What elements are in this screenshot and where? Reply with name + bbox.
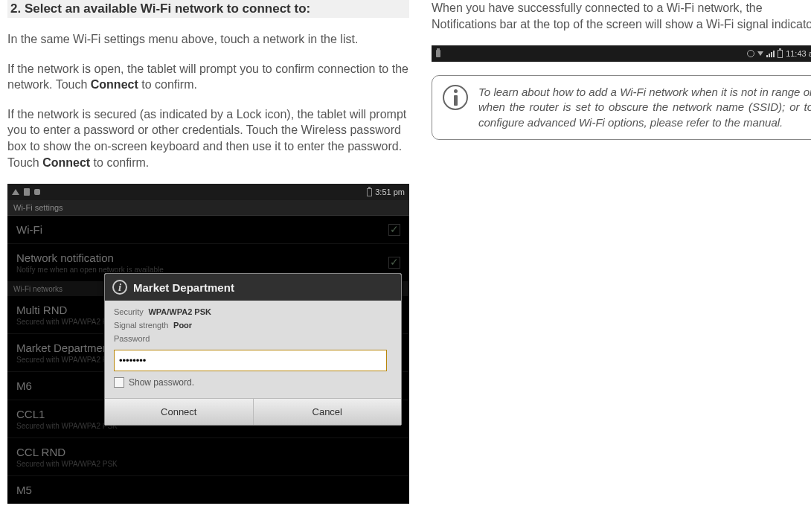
wifi-checkbox[interactable]: [388, 224, 400, 236]
wifi-signal-icon: [766, 51, 775, 57]
warning-icon: [12, 189, 19, 195]
network-name: CCL RND: [16, 446, 118, 458]
notification-title: Network notification: [16, 251, 164, 264]
network-security: Secured with WPA/WPA2 PSK: [16, 318, 118, 326]
info-text: To learn about how to add a Wi-Fi networ…: [478, 85, 811, 130]
signal-label: Signal strength: [114, 321, 168, 330]
network-name: Market Department: [16, 342, 118, 354]
download-icon: [757, 51, 763, 56]
cancel-button[interactable]: Cancel: [254, 399, 402, 425]
text-segment: to confirm.: [138, 78, 197, 91]
dialog-header: i Market Department: [105, 274, 401, 301]
settings-screen-title: Wi-Fi settings: [7, 200, 409, 216]
security-value: WPA/WPA2 PSK: [148, 307, 211, 316]
status-time: 3:51 pm: [375, 188, 405, 196]
show-password-checkbox[interactable]: [114, 377, 124, 388]
network-security: Secured with WPA/WPA2 PSK: [16, 460, 118, 468]
info-icon: [443, 85, 468, 110]
wifi-label: Wi-Fi: [16, 223, 42, 236]
paragraph-intro: In the same Wi-Fi settings menu above, t…: [7, 31, 409, 48]
network-name: M5: [16, 484, 32, 496]
battery-icon: [367, 188, 372, 196]
network-row-ccl-rnd[interactable]: CCL RND Secured with WPA/WPA2 PSK: [7, 438, 409, 476]
sync-icon: [747, 50, 754, 57]
network-name: CCL1: [16, 408, 118, 420]
password-input[interactable]: [114, 350, 387, 371]
paragraph-open-network: If the network is open, the tablet will …: [7, 61, 409, 93]
wifi-toggle-row[interactable]: Wi-Fi: [7, 216, 409, 244]
status-time: 11:43 am: [786, 49, 811, 58]
network-name: M6: [16, 379, 32, 392]
network-row-m5[interactable]: M5: [7, 476, 409, 504]
paragraph-secured-network: If the network is secured (as indicated …: [7, 106, 409, 170]
network-security: Secured with WPA/WPA2 PSK: [16, 356, 118, 364]
connect-bold: Connect: [91, 78, 138, 91]
network-name: Multi RND: [16, 304, 118, 316]
paragraph-connected: When you have successfully connected to …: [432, 0, 811, 32]
network-security: Secured with WPA/WPA2 PSK: [16, 422, 118, 430]
dialog-title: Market Department: [133, 281, 234, 294]
notification-bar-screenshot: 11:43 am: [432, 45, 811, 62]
status-icon: [34, 189, 40, 195]
notification-checkbox[interactable]: [388, 257, 400, 269]
security-label: Security: [114, 307, 144, 316]
text-segment: If the network is open, the tablet will …: [7, 63, 408, 92]
connect-bold: Connect: [42, 156, 90, 169]
usb-icon: [436, 50, 440, 57]
text-segment: to confirm.: [90, 156, 149, 169]
info-callout: To learn about how to add a Wi-Fi networ…: [432, 75, 811, 140]
wifi-settings-screenshot: 3:51 pm Wi-Fi settings Wi-Fi Network not…: [7, 184, 409, 504]
password-label: Password: [114, 334, 150, 343]
signal-value: Poor: [173, 321, 192, 330]
info-icon: i: [112, 280, 127, 295]
step-heading: 2. Select an available Wi-Fi network to …: [7, 0, 409, 18]
status-bar: 3:51 pm: [7, 184, 409, 200]
connect-button[interactable]: Connect: [105, 399, 254, 425]
wifi-password-dialog: i Market Department Security WPA/WPA2 PS…: [104, 273, 402, 426]
usb-icon: [24, 188, 30, 196]
show-password-label: Show password.: [129, 377, 194, 388]
battery-icon: [778, 50, 783, 58]
